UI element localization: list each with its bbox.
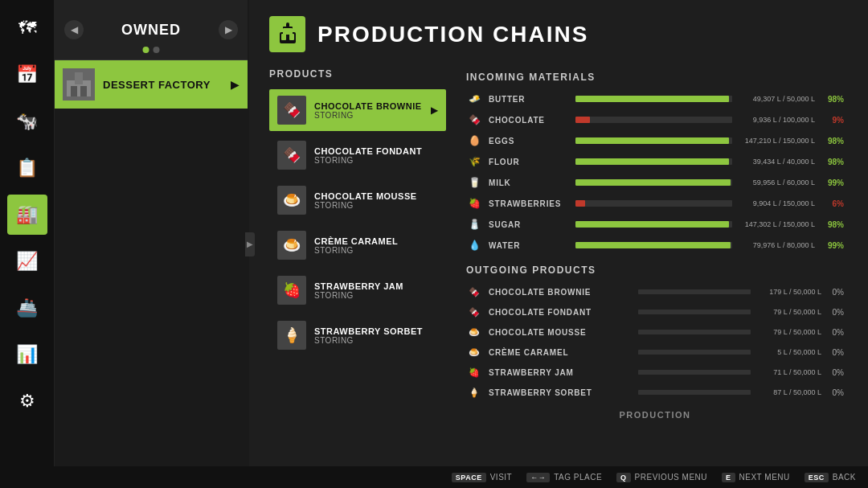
outgoing-values-2: 79 L / 50,000 L [757, 328, 821, 336]
hotkey-label-3: NEXT MENU [739, 473, 790, 482]
sidebar-item-1[interactable]: 📅 [7, 55, 47, 95]
materials-list: 🧈 BUTTER 49,307 L / 50,000 L 98% 🍫 CHOCO… [466, 91, 844, 253]
sidebar-item-2[interactable]: 🐄 [7, 101, 47, 141]
outgoing-list: 🍫 CHOCOLATE BROWNIE 179 L / 50,000 L 0% … [466, 284, 844, 400]
bottom-bar: SPACE VISIT ←→ TAG PLACE Q PREVIOUS MENU… [0, 466, 868, 488]
outgoing-values-5: 87 L / 50,000 L [757, 388, 821, 396]
outgoing-row-1: 🍫 CHOCOLATE FONDANT 79 L / 50,000 L 0% [466, 304, 844, 320]
sidebar-item-0[interactable]: 🗺 [7, 8, 47, 48]
products-column: PRODUCTS 🍫 CHOCOLATE BROWNIE STORING ▶ 🍫… [269, 68, 446, 438]
material-values-1: 9,936 L / 100,000 L [739, 116, 815, 124]
product-item-1[interactable]: 🍫 CHOCOLATE FONDANT STORING [269, 134, 446, 176]
material-icon-6: 🧂 [466, 216, 482, 232]
sidebar-item-3[interactable]: 📋 [7, 148, 47, 188]
nav-dot-1 [143, 47, 149, 53]
material-icon-2: 🥚 [466, 133, 482, 149]
svg-rect-11 [283, 28, 293, 35]
outgoing-icon-2: 🍮 [466, 324, 482, 340]
hotkey-key-3[interactable]: E [722, 473, 735, 482]
outgoing-row-5: 🍦 STRAWBERRY SORBET 87 L / 50,000 L 0% [466, 384, 844, 400]
outgoing-products-title: OUTGOING PRODUCTS [466, 265, 844, 276]
sidebar-item-6[interactable]: 🚢 [7, 288, 47, 328]
sidebar-item-7[interactable]: 📊 [7, 334, 47, 375]
page-header: PRODUCTION CHAINS [269, 16, 848, 52]
material-bar-0 [575, 96, 729, 102]
outgoing-bar-container-0 [638, 289, 751, 294]
chart-icon: 📈 [16, 251, 38, 272]
cow-icon: 🐄 [16, 111, 38, 132]
content-columns: PRODUCTS 🍫 CHOCOLATE BROWNIE STORING ▶ 🍫… [269, 68, 848, 438]
hotkey-key-4[interactable]: ESC [805, 473, 829, 482]
material-values-0: 49,307 L / 50,000 L [739, 95, 815, 103]
product-item-4[interactable]: 🍓 STRAWBERRY JAM STORING [269, 269, 446, 311]
product-info-3: CRÈME CARAMEL STORING [314, 236, 438, 255]
material-pct-1: 9% [821, 116, 844, 125]
factory-icon: 🏭 [16, 204, 38, 225]
product-info-1: CHOCOLATE FONDANT STORING [314, 146, 438, 165]
nav-dot-2 [154, 47, 160, 53]
outgoing-values-3: 5 L / 50,000 L [757, 348, 821, 356]
outgoing-pct-0: 0% [828, 288, 844, 297]
material-row-6: 🧂 SUGAR 147,302 L / 150,000 L 98% [466, 216, 844, 232]
outgoing-values-0: 179 L / 50,000 L [757, 288, 821, 296]
sidebar-item-5[interactable]: 📈 [7, 241, 47, 281]
outgoing-name-0: CHOCOLATE BROWNIE [489, 288, 632, 297]
material-pct-0: 98% [821, 95, 844, 104]
material-name-4: MILK [489, 178, 569, 187]
material-icon-4: 🥛 [466, 174, 482, 191]
material-name-3: FLOUR [489, 158, 569, 166]
outgoing-bar-container-1 [638, 310, 751, 314]
building-thumbnail [63, 68, 95, 100]
material-pct-2: 98% [821, 137, 844, 146]
material-bar-container-7 [575, 242, 732, 248]
material-row-1: 🍫 CHOCOLATE 9,936 L / 100,000 L 9% [466, 112, 844, 128]
product-name-1: CHOCOLATE FONDANT [314, 146, 438, 156]
page-icon [269, 16, 305, 52]
hotkey-label-0: VISIT [490, 473, 513, 482]
sidebar-item-8[interactable]: ⚙ [7, 381, 47, 421]
nav-next-button[interactable]: ▶ [219, 20, 238, 39]
material-name-6: SUGAR [489, 220, 569, 229]
ship-icon: 🚢 [16, 297, 38, 318]
product-info-4: STRAWBERRY JAM STORING [314, 281, 438, 300]
map-icon: 🗺 [18, 18, 36, 39]
sidebar-item-4[interactable]: 🏭 [7, 195, 47, 235]
material-pct-3: 98% [821, 158, 844, 166]
material-pct-6: 98% [821, 220, 844, 229]
svg-rect-2 [75, 72, 83, 84]
outgoing-pct-1: 0% [828, 308, 844, 317]
material-values-5: 9,904 L / 150,000 L [739, 199, 815, 207]
material-bar-4 [575, 179, 731, 186]
product-name-0: CHOCOLATE BROWNIE [314, 101, 423, 111]
material-bar-container-1 [575, 117, 732, 123]
product-item-2[interactable]: 🍮 CHOCOLATE MOUSSE STORING [269, 179, 446, 221]
outgoing-values-1: 79 L / 50,000 L [757, 308, 821, 316]
building-item[interactable]: DESSERT FACTORY ▶ [55, 60, 248, 109]
svg-rect-9 [281, 34, 286, 40]
material-values-4: 59,956 L / 60,000 L [739, 178, 815, 187]
outgoing-name-5: STRAWBERRY SORBET [489, 388, 632, 397]
material-icon-7: 💧 [466, 237, 482, 253]
material-bar-3 [575, 158, 729, 165]
material-values-3: 39,434 L / 40,000 L [739, 158, 815, 166]
outgoing-name-2: CHOCOLATE MOUSSE [489, 328, 632, 337]
products-section-title: PRODUCTS [269, 68, 446, 80]
hotkey-key-0[interactable]: SPACE [452, 473, 486, 482]
outgoing-name-4: STRAWBERRY JAM [489, 368, 632, 377]
hotkey-key-2[interactable]: Q [616, 473, 631, 482]
material-bar-5 [575, 200, 585, 207]
hotkey-item-0: SPACE VISIT [452, 473, 512, 482]
outgoing-bar-container-3 [638, 350, 751, 355]
material-pct-5: 6% [821, 199, 844, 208]
nav-prev-button[interactable]: ◀ [64, 20, 84, 39]
product-item-5[interactable]: 🍦 STRAWBERRY SORBET STORING [269, 314, 446, 356]
outgoing-row-0: 🍫 CHOCOLATE BROWNIE 179 L / 50,000 L 0% [466, 284, 844, 300]
product-item-3[interactable]: 🍮 CRÈME CARAMEL STORING [269, 224, 446, 266]
product-status-0: STORING [314, 111, 423, 120]
product-item-0[interactable]: 🍫 CHOCOLATE BROWNIE STORING ▶ [269, 89, 446, 131]
hotkey-key-1[interactable]: ←→ [526, 473, 550, 482]
product-info-0: CHOCOLATE BROWNIE STORING [314, 101, 423, 120]
outgoing-name-1: CHOCOLATE FONDANT [489, 308, 632, 317]
hotkeys-bar: SPACE VISIT ←→ TAG PLACE Q PREVIOUS MENU… [452, 473, 856, 482]
panel-toggle-button[interactable]: ▶ [245, 232, 255, 256]
